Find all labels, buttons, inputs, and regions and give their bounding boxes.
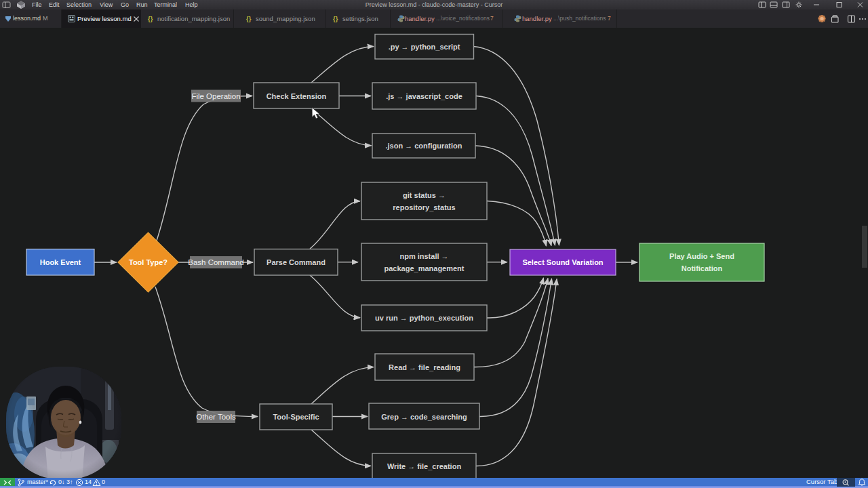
- svg-text:Parse Command: Parse Command: [267, 258, 326, 266]
- svg-text:.json → configuration: .json → configuration: [385, 142, 462, 150]
- svg-text:Bash Command: Bash Command: [188, 258, 243, 266]
- svg-text:git status →: git status →: [403, 191, 446, 199]
- svg-text:Check Extension: Check Extension: [267, 92, 327, 100]
- svg-text:File Operation: File Operation: [191, 92, 240, 100]
- svg-text:Read → file_reading: Read → file_reading: [389, 363, 460, 371]
- svg-text:package_management: package_management: [384, 264, 465, 272]
- svg-text:.py → python_script: .py → python_script: [389, 43, 460, 51]
- svg-text:Select Sound Variation: Select Sound Variation: [522, 258, 603, 266]
- svg-text:repository_status: repository_status: [393, 203, 455, 211]
- svg-text:npm install →: npm install →: [399, 252, 448, 260]
- svg-text:Tool-Specific: Tool-Specific: [273, 413, 319, 421]
- svg-text:Notification: Notification: [682, 264, 723, 272]
- svg-text:Write → file_creation: Write → file_creation: [387, 462, 461, 470]
- svg-text:Play Audio + Send: Play Audio + Send: [669, 252, 734, 260]
- svg-text:uv run → python_execution: uv run → python_execution: [375, 314, 473, 322]
- svg-text:Hook Event: Hook Event: [40, 258, 81, 266]
- svg-text:Other Tools: Other Tools: [196, 413, 236, 421]
- svg-text:Grep → code_searching: Grep → code_searching: [381, 413, 467, 421]
- svg-text:Tool Type?: Tool Type?: [129, 258, 167, 266]
- svg-text:.js → javascript_code: .js → javascript_code: [386, 92, 462, 100]
